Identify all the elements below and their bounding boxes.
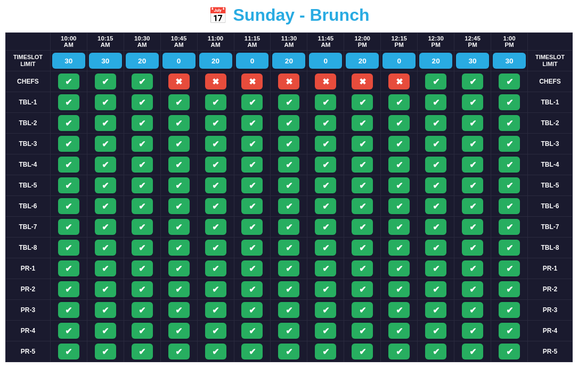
available-slot[interactable] bbox=[95, 157, 116, 173]
available-slot[interactable] bbox=[95, 177, 116, 193]
slot-cell[interactable] bbox=[491, 217, 528, 238]
slot-cell[interactable] bbox=[160, 175, 197, 196]
available-slot[interactable] bbox=[278, 281, 299, 297]
available-slot[interactable] bbox=[205, 136, 226, 152]
available-slot[interactable] bbox=[58, 115, 79, 131]
slot-cell[interactable] bbox=[418, 238, 454, 258]
slot-cell[interactable] bbox=[160, 258, 197, 279]
slot-cell[interactable] bbox=[234, 154, 271, 175]
available-slot[interactable] bbox=[499, 94, 520, 110]
slot-cell[interactable] bbox=[50, 175, 87, 196]
available-slot[interactable] bbox=[168, 323, 190, 339]
available-slot[interactable] bbox=[388, 302, 410, 318]
available-slot[interactable] bbox=[499, 302, 520, 318]
slot-cell[interactable] bbox=[234, 341, 271, 362]
available-slot[interactable] bbox=[315, 115, 336, 131]
available-slot[interactable] bbox=[462, 240, 483, 256]
available-slot[interactable] bbox=[58, 219, 79, 235]
available-slot[interactable] bbox=[388, 260, 410, 276]
available-slot[interactable] bbox=[388, 94, 410, 110]
slot-cell[interactable] bbox=[160, 217, 197, 238]
available-slot[interactable] bbox=[132, 157, 153, 173]
available-slot[interactable] bbox=[352, 219, 373, 235]
available-slot[interactable] bbox=[352, 136, 373, 152]
available-slot[interactable] bbox=[425, 219, 446, 235]
slot-cell[interactable] bbox=[344, 321, 381, 341]
slot-cell[interactable] bbox=[491, 92, 528, 113]
slot-cell[interactable] bbox=[344, 71, 381, 92]
slot-cell[interactable] bbox=[160, 279, 197, 300]
slot-cell[interactable] bbox=[344, 300, 381, 321]
slot-cell[interactable] bbox=[491, 300, 528, 321]
slot-cell[interactable] bbox=[87, 258, 124, 279]
available-slot[interactable] bbox=[499, 323, 520, 339]
available-slot[interactable] bbox=[95, 344, 116, 360]
slot-cell[interactable] bbox=[307, 279, 344, 300]
available-slot[interactable] bbox=[278, 302, 299, 318]
available-slot[interactable] bbox=[132, 302, 153, 318]
available-slot[interactable] bbox=[352, 177, 373, 193]
slot-cell[interactable] bbox=[50, 196, 87, 217]
available-slot[interactable] bbox=[205, 240, 226, 256]
slot-cell[interactable] bbox=[50, 321, 87, 341]
slot-cell[interactable] bbox=[381, 238, 418, 258]
slot-cell[interactable] bbox=[160, 321, 197, 341]
slot-cell[interactable] bbox=[491, 258, 528, 279]
available-slot[interactable] bbox=[462, 302, 483, 318]
slot-cell[interactable] bbox=[344, 279, 381, 300]
available-slot[interactable] bbox=[425, 177, 446, 193]
available-slot[interactable] bbox=[168, 94, 190, 110]
available-slot[interactable] bbox=[58, 240, 79, 256]
slot-cell[interactable] bbox=[491, 279, 528, 300]
slot-cell[interactable] bbox=[197, 300, 234, 321]
available-slot[interactable] bbox=[132, 94, 153, 110]
slot-cell[interactable] bbox=[197, 238, 234, 258]
available-slot[interactable] bbox=[205, 94, 226, 110]
slot-cell[interactable] bbox=[307, 175, 344, 196]
available-slot[interactable] bbox=[315, 219, 336, 235]
slot-cell[interactable] bbox=[381, 258, 418, 279]
slot-cell[interactable] bbox=[124, 238, 160, 258]
slot-cell[interactable] bbox=[50, 279, 87, 300]
available-slot[interactable] bbox=[462, 344, 483, 360]
slot-cell[interactable] bbox=[50, 71, 87, 92]
available-slot[interactable] bbox=[132, 260, 153, 276]
available-slot[interactable] bbox=[315, 323, 336, 339]
slot-cell[interactable] bbox=[124, 300, 160, 321]
slot-cell[interactable] bbox=[124, 341, 160, 362]
available-slot[interactable] bbox=[132, 198, 153, 214]
available-slot[interactable] bbox=[462, 281, 483, 297]
slot-cell[interactable] bbox=[307, 134, 344, 154]
slot-cell[interactable] bbox=[50, 154, 87, 175]
slot-cell[interactable] bbox=[87, 71, 124, 92]
available-slot[interactable] bbox=[58, 157, 79, 173]
available-slot[interactable] bbox=[388, 177, 410, 193]
slot-cell[interactable] bbox=[491, 134, 528, 154]
slot-cell[interactable] bbox=[197, 71, 234, 92]
available-slot[interactable] bbox=[205, 219, 226, 235]
slot-cell[interactable] bbox=[160, 341, 197, 362]
available-slot[interactable] bbox=[168, 302, 190, 318]
slot-cell[interactable] bbox=[381, 113, 418, 134]
slot-cell[interactable] bbox=[87, 217, 124, 238]
available-slot[interactable] bbox=[241, 240, 263, 256]
available-slot[interactable] bbox=[499, 260, 520, 276]
available-slot[interactable] bbox=[499, 74, 520, 89]
slot-cell[interactable] bbox=[307, 154, 344, 175]
available-slot[interactable] bbox=[58, 94, 79, 110]
available-slot[interactable] bbox=[95, 260, 116, 276]
available-slot[interactable] bbox=[388, 323, 410, 339]
slot-cell[interactable] bbox=[381, 134, 418, 154]
available-slot[interactable] bbox=[132, 74, 153, 89]
slot-cell[interactable] bbox=[160, 92, 197, 113]
available-slot[interactable] bbox=[315, 198, 336, 214]
slot-cell[interactable] bbox=[50, 300, 87, 321]
available-slot[interactable] bbox=[388, 136, 410, 152]
slot-cell[interactable] bbox=[160, 134, 197, 154]
available-slot[interactable] bbox=[241, 302, 263, 318]
available-slot[interactable] bbox=[241, 198, 263, 214]
available-slot[interactable] bbox=[168, 281, 190, 297]
slot-cell[interactable] bbox=[87, 134, 124, 154]
slot-cell[interactable] bbox=[234, 196, 271, 217]
available-slot[interactable] bbox=[352, 260, 373, 276]
